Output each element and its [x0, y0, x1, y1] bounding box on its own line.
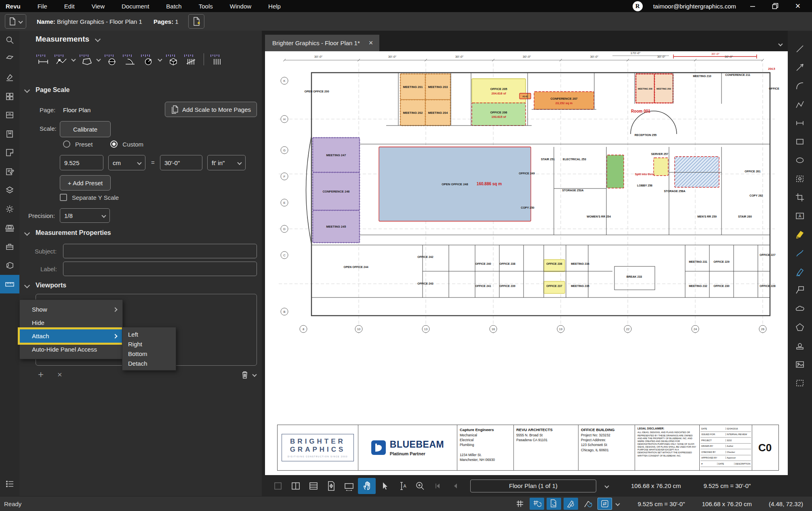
viewports-section-header[interactable]: Viewports [25, 282, 66, 289]
page-selector[interactable]: Floor Plan (1 of 1) [470, 480, 596, 492]
room-office-237-highlight[interactable] [544, 281, 565, 293]
count-tool-icon[interactable] [183, 53, 198, 65]
chevron-down-icon[interactable] [71, 57, 76, 61]
submenu-left[interactable]: Left [122, 329, 176, 339]
context-menu-attach[interactable]: Attach [20, 329, 122, 343]
menu-tools[interactable]: Tools [190, 3, 221, 10]
room-storage-green[interactable] [607, 155, 624, 188]
bookmarks-icon[interactable] [0, 125, 19, 144]
tab-close-icon[interactable]: × [369, 39, 373, 47]
file-drawer-icon[interactable] [0, 106, 19, 125]
select-text-icon[interactable]: A [393, 478, 411, 494]
menu-window[interactable]: Window [221, 3, 260, 10]
room-storage-hatched[interactable] [675, 157, 719, 187]
line-tool-icon[interactable] [788, 40, 812, 58]
single-page-view-icon[interactable] [269, 478, 287, 494]
add-scale-to-more-pages-button[interactable]: Add Scale to More Pages [165, 102, 257, 117]
menu-help[interactable]: Help [260, 3, 289, 10]
menu-file[interactable]: File [29, 3, 56, 10]
ellipse-tool-icon[interactable] [788, 151, 812, 170]
submenu-detach[interactable]: Detach [122, 358, 176, 368]
context-menu-show[interactable]: Show [20, 303, 122, 316]
markup-recycle-icon[interactable] [581, 498, 595, 510]
dimension-tool-icon[interactable] [788, 114, 812, 132]
length-tool-icon[interactable] [36, 53, 50, 65]
scale-to-unit-dropdown[interactable]: ft' in" [207, 155, 246, 170]
count-resume-tool-icon[interactable] [210, 53, 224, 65]
room-markups[interactable]: MEETING 201MEETING 202MEETING 203MEETING… [313, 74, 719, 293]
snapshot-tool-icon[interactable] [788, 170, 812, 188]
page-scale-section-header[interactable]: Page Scale [25, 86, 70, 94]
markup-list-toggle-icon[interactable] [0, 475, 19, 494]
chevron-down-icon[interactable] [96, 57, 101, 61]
custom-radio[interactable] [110, 140, 118, 148]
chevron-down-icon[interactable] [158, 57, 162, 61]
panel-title-row[interactable]: Measurements [36, 35, 100, 44]
first-page-icon[interactable] [429, 478, 447, 494]
menu-view[interactable]: View [83, 3, 113, 10]
split-vertical-icon[interactable] [287, 478, 305, 494]
add-preset-button[interactable]: + Add Preset [60, 175, 111, 191]
markup-pen-icon[interactable] [0, 68, 19, 87]
room-room-yellow-small[interactable] [654, 158, 668, 176]
room-office-236-highlight[interactable] [544, 260, 565, 272]
grid-toggle-icon[interactable] [513, 498, 527, 510]
markup-summary-icon[interactable] [0, 162, 19, 181]
precision-dropdown[interactable]: 1/8 [60, 208, 110, 223]
minimize-button[interactable] [747, 1, 759, 11]
context-menu-hide[interactable]: Hide [20, 316, 122, 329]
split-horizontal-icon[interactable] [305, 478, 322, 494]
add-viewport-icon[interactable]: + [38, 369, 44, 380]
text-box-tool-icon[interactable]: A [788, 207, 812, 225]
label-input[interactable] [63, 262, 257, 276]
diameter-tool-icon[interactable] [104, 53, 118, 65]
rectangle-tool-icon[interactable] [788, 132, 812, 151]
zoom-tool-icon[interactable] [411, 478, 429, 494]
tool-chest-icon[interactable] [0, 237, 19, 256]
previous-page-icon[interactable] [447, 478, 465, 494]
angle-tool-icon[interactable] [122, 53, 137, 65]
context-menu-auto-hide[interactable]: Auto-Hide Panel Access [20, 343, 122, 356]
synchronize-views-icon[interactable] [597, 498, 612, 510]
3d-model-icon[interactable] [0, 218, 19, 237]
arc-tool-icon[interactable] [788, 77, 812, 95]
callout-tool-icon[interactable] [788, 281, 812, 299]
layers-icon[interactable] [0, 181, 19, 200]
close-button[interactable]: × [792, 1, 804, 11]
snap-to-content-icon[interactable] [547, 498, 561, 510]
menu-revu[interactable]: Revu [0, 3, 29, 10]
pan-hand-tool-icon[interactable] [358, 478, 376, 494]
restore-button[interactable] [769, 1, 781, 11]
preset-radio[interactable] [63, 140, 70, 148]
fit-width-icon[interactable] [340, 478, 358, 494]
arrow-tool-icon[interactable] [788, 58, 812, 77]
studio-icon[interactable] [0, 256, 19, 275]
polylength-tool-icon[interactable] [54, 53, 68, 65]
eraser-pen-tool-icon[interactable] [788, 262, 812, 281]
measurements-tab-icon[interactable] [0, 275, 19, 294]
submenu-bottom[interactable]: Bottom [122, 349, 176, 358]
volume-tool-icon[interactable] [165, 53, 180, 65]
document-tab[interactable]: Brighter Graphics - Floor Plan 1* × [265, 35, 379, 51]
snap-to-markup-icon[interactable] [564, 498, 578, 510]
separate-y-checkbox[interactable] [60, 194, 67, 201]
scale-to-input[interactable] [160, 155, 202, 170]
select-cursor-icon[interactable] [376, 478, 393, 494]
region-select-tool-icon[interactable] [788, 374, 812, 392]
submenu-right[interactable]: Right [122, 339, 176, 349]
calibrate-button[interactable]: Calibrate [60, 121, 111, 137]
menu-edit[interactable]: Edit [56, 3, 83, 10]
stamp-tool-icon[interactable] [788, 337, 812, 355]
chevron-down-icon[interactable] [252, 372, 257, 377]
thumbnails-icon[interactable] [0, 87, 19, 106]
polygon-tool-icon[interactable] [788, 318, 812, 337]
insert-page-button[interactable] [188, 14, 204, 29]
menu-document[interactable]: Document [113, 3, 158, 10]
settings-gear-icon[interactable] [0, 200, 19, 219]
cloud-tool-icon[interactable] [788, 299, 812, 318]
crop-tool-icon[interactable] [788, 188, 812, 207]
file-properties-icon[interactable] [0, 50, 19, 69]
image-tool-icon[interactable] [788, 355, 812, 374]
scale-value-input[interactable] [60, 155, 103, 170]
remove-viewport-icon[interactable]: × [57, 370, 62, 379]
